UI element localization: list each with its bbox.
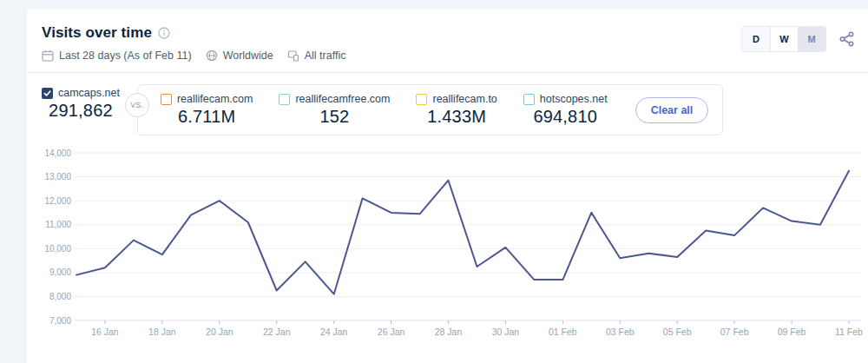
svg-text:11 Feb: 11 Feb (835, 327, 863, 337)
card-header: Visits over time Last 28 days (As of Feb… (26, 9, 868, 72)
svg-text:28 Jan: 28 Jan (435, 327, 463, 337)
svg-text:03 Feb: 03 Feb (606, 327, 635, 337)
globe-icon (206, 50, 218, 62)
svg-text:22 Jan: 22 Jan (263, 327, 291, 337)
vs-badge: VS. (125, 93, 149, 117)
region-label: Worldwide (223, 50, 273, 62)
svg-text:12,000: 12,000 (44, 196, 71, 206)
comparison-item: hotscopes.net 694,810 (523, 93, 608, 127)
svg-text:7,000: 7,000 (49, 316, 71, 326)
header-right: D W M (741, 26, 856, 52)
date-range-filter[interactable]: Last 28 days (As of Feb 11) (42, 50, 192, 62)
comparison-checkbox[interactable] (279, 94, 290, 105)
visits-over-time-card: Visits over time Last 28 days (As of Feb… (26, 9, 868, 363)
comparison-value: 1.433M (416, 107, 496, 127)
region-filter[interactable]: Worldwide (206, 50, 273, 62)
granularity-day-button[interactable]: D (742, 27, 770, 51)
comparison-domain: reallifecam.com (177, 93, 253, 105)
comparison-item: reallifecam.com 6.711M (161, 93, 253, 127)
comparison-checkbox[interactable] (416, 94, 427, 105)
svg-text:16 Jan: 16 Jan (91, 327, 119, 337)
svg-text:05 Feb: 05 Feb (663, 327, 692, 337)
svg-text:9,000: 9,000 (49, 267, 71, 277)
chart-canvas[interactable]: 7,0008,0009,00010,00011,00012,00013,0001… (26, 146, 868, 353)
traffic-filter-icon (287, 50, 299, 62)
visits-line-chart[interactable]: 7,0008,0009,00010,00011,00012,00013,0001… (26, 146, 868, 353)
svg-text:11,000: 11,000 (45, 220, 71, 229)
svg-text:20 Jan: 20 Jan (206, 327, 233, 337)
svg-text:10,000: 10,000 (44, 244, 71, 254)
comparison-box: reallifecam.com 6.711M reallifecamfree.c… (137, 84, 723, 135)
svg-text:8,000: 8,000 (49, 292, 71, 301)
clear-all-button[interactable]: Clear all (635, 97, 709, 123)
main-site-domain: camcaps.net (58, 87, 120, 99)
comparison-item: reallifecamfree.com 152 (279, 93, 390, 127)
svg-text:26 Jan: 26 Jan (378, 327, 405, 337)
date-range-label: Last 28 days (As of Feb 11) (59, 50, 192, 62)
comparison-value: 6.711M (161, 107, 253, 127)
legend-row: camcaps.net 291,862 VS. reallifecam.com … (26, 73, 868, 135)
comparison-value: 694,810 (523, 107, 608, 127)
comparison-domain: reallifecamfree.com (295, 93, 390, 105)
comparison-checkbox[interactable] (523, 94, 535, 105)
comparison-item: reallifecam.to 1.433M (416, 93, 496, 127)
svg-text:01 Feb: 01 Feb (549, 327, 577, 337)
traffic-filter-label: All traffic (305, 50, 346, 62)
granularity-toggle: D W M (741, 26, 826, 52)
svg-text:07 Feb: 07 Feb (720, 327, 749, 337)
svg-text:13,000: 13,000 (44, 172, 71, 182)
traffic-filter[interactable]: All traffic (287, 50, 346, 62)
share-icon[interactable] (838, 30, 856, 48)
header-left: Visits over time Last 28 days (As of Feb… (42, 24, 345, 62)
filters-row: Last 28 days (As of Feb 11) Worldwide Al… (42, 50, 345, 62)
info-icon[interactable] (158, 27, 170, 39)
comparison-value: 152 (279, 107, 390, 127)
granularity-week-button[interactable]: W (770, 27, 798, 51)
granularity-month-button[interactable]: M (798, 27, 825, 51)
page-title: Visits over time (42, 24, 152, 42)
comparison-checkbox[interactable] (161, 94, 172, 105)
svg-text:09 Feb: 09 Feb (778, 327, 806, 337)
svg-text:24 Jan: 24 Jan (320, 327, 348, 337)
comparison-domain: reallifecam.to (432, 93, 496, 105)
calendar-icon (42, 50, 54, 62)
main-site-legend: camcaps.net 291,862 (42, 87, 120, 121)
main-site-checkbox[interactable] (42, 88, 53, 99)
svg-text:30 Jan: 30 Jan (492, 327, 520, 337)
svg-text:14,000: 14,000 (44, 148, 71, 158)
svg-text:18 Jan: 18 Jan (148, 327, 176, 337)
main-site-value: 291,862 (42, 101, 120, 121)
comparison-domain: hotscopes.net (540, 93, 608, 105)
